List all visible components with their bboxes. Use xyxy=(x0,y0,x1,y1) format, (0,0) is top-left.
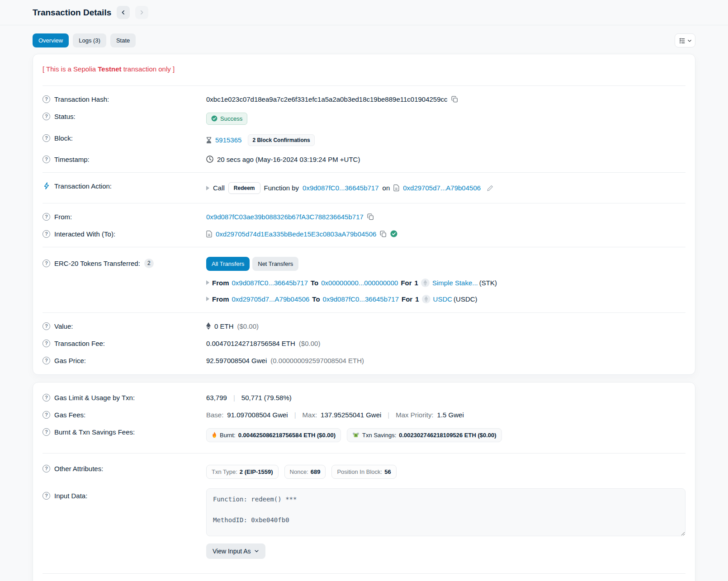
divider xyxy=(43,312,685,313)
clock-icon xyxy=(206,156,213,163)
tab-logs[interactable]: Logs (3) xyxy=(73,33,106,47)
txn-type-label: Txn Type: xyxy=(212,468,237,475)
help-icon[interactable]: ? xyxy=(43,213,50,221)
tab-overview[interactable]: Overview xyxy=(33,33,69,47)
transfer-from-link[interactable]: 0x9d087fC0...36645b717 xyxy=(232,279,308,287)
gas-limit-label: Gas Limit & Usage by Txn: xyxy=(54,394,135,402)
position-in-block-badge: Position In Block: 56 xyxy=(331,465,396,479)
transfer-token-symbol: (STK) xyxy=(479,279,497,287)
timestamp-label: Timestamp: xyxy=(54,156,90,163)
all-transfers-button[interactable]: All Transfers xyxy=(206,257,250,271)
verified-check-icon xyxy=(390,230,397,237)
nonce-badge: Nonce: 689 xyxy=(284,465,326,479)
burnt-savings-row: ? Burnt & Txn Savings Fees: Burnt: 0.004… xyxy=(43,423,685,447)
status-badge: Success xyxy=(206,113,247,125)
transfer-item: From 0x9d087fC0...36645b717 To 0x0000000… xyxy=(206,279,685,287)
token-icon xyxy=(421,279,430,287)
erc20-transfers-row: ? ERC-20 Tokens Transferred: 2 All Trans… xyxy=(43,252,685,308)
action-sender-link[interactable]: 0x9d087fC0...36645b717 xyxy=(303,184,378,192)
to-address-link[interactable]: 0xd29705d74d1Ea335bBede15E3c0803aA79b045… xyxy=(216,230,376,238)
transfer-filter-buttons: All Transfers Net Transfers xyxy=(206,257,685,271)
help-icon[interactable]: ? xyxy=(43,340,50,347)
transfer-from-word: From xyxy=(212,295,229,303)
help-icon[interactable]: ? xyxy=(43,465,50,472)
action-method-badge[interactable]: Redeem xyxy=(228,182,260,194)
transfer-token-link[interactable]: Simple Stake... xyxy=(432,279,478,287)
bolt-icon xyxy=(43,182,50,189)
help-icon[interactable]: ? xyxy=(43,134,50,142)
max-fee-label: Max: xyxy=(303,411,317,419)
value-eth: 0 ETH xyxy=(214,322,234,330)
copy-hash-button[interactable] xyxy=(451,96,458,103)
input-data-textarea[interactable]: Function: redeem() *** MethodID: 0xbe040… xyxy=(206,488,685,536)
copy-icon xyxy=(451,96,458,103)
transfer-token-link[interactable]: USDC xyxy=(433,295,453,303)
txn-savings-badge: $ Txn Savings: 0.002302746218109526 ETH … xyxy=(347,428,502,442)
position-label: Position In Block: xyxy=(337,468,382,475)
checklist-icon xyxy=(679,38,685,44)
display-options-button[interactable] xyxy=(675,33,695,47)
divider xyxy=(43,453,685,453)
tabs: Overview Logs (3) State xyxy=(33,33,136,47)
edit-action-button[interactable] xyxy=(487,185,493,191)
from-label: From: xyxy=(54,213,72,221)
help-icon[interactable]: ? xyxy=(43,322,50,330)
position-value: 56 xyxy=(384,468,391,475)
transfer-from-word: From xyxy=(212,279,229,287)
gas-fees-label: Gas Fees: xyxy=(54,411,85,419)
gas-limit-row: ? Gas Limit & Usage by Txn: 63,799 | 50,… xyxy=(43,389,685,406)
testnet-warning: [ This is a Sepolia Testnet transaction … xyxy=(43,58,685,81)
block-number-link[interactable]: 5915365 xyxy=(215,136,241,144)
help-icon[interactable]: ? xyxy=(43,230,50,238)
nonce-label: Nonce: xyxy=(290,468,308,475)
base-fee-label: Base: xyxy=(206,411,223,419)
gas-limit-value: 63,799 xyxy=(206,394,227,402)
transaction-fee-usd: ($0.00) xyxy=(299,340,321,347)
txn-type-badge: Txn Type: 2 (EIP-1559) xyxy=(206,465,279,479)
transfer-amount: 1 xyxy=(415,279,418,287)
chevron-down-icon xyxy=(687,38,692,43)
help-icon[interactable]: ? xyxy=(43,411,50,419)
block-label: Block: xyxy=(54,134,73,142)
prev-transaction-button[interactable] xyxy=(117,6,130,19)
transfer-to-word: To xyxy=(312,295,320,303)
next-transaction-button[interactable] xyxy=(135,6,148,19)
help-icon[interactable]: ? xyxy=(43,492,50,500)
view-input-as-button[interactable]: View Input As xyxy=(206,543,265,559)
help-icon[interactable]: ? xyxy=(43,394,50,402)
separator: | xyxy=(385,411,392,419)
transfer-for-word: For xyxy=(402,295,412,303)
help-icon[interactable]: ? xyxy=(43,156,50,163)
svg-text:$: $ xyxy=(355,433,357,437)
from-address-link[interactable]: 0x9d087fC03ae39b088326b67fA3C788236645b7… xyxy=(206,213,364,221)
token-icon xyxy=(422,295,430,303)
flame-icon xyxy=(212,432,217,439)
help-icon[interactable]: ? xyxy=(43,113,50,120)
help-icon[interactable]: ? xyxy=(43,95,50,103)
copy-from-button[interactable] xyxy=(367,213,374,220)
tab-state[interactable]: State xyxy=(110,33,136,47)
net-transfers-button[interactable]: Net Transfers xyxy=(252,257,298,271)
help-icon[interactable]: ? xyxy=(43,357,50,364)
max-priority-label: Max Priority: xyxy=(396,411,433,419)
file-icon xyxy=(206,231,212,237)
copy-icon xyxy=(380,231,387,237)
action-contract-link[interactable]: 0xd29705d7...A79b04506 xyxy=(403,184,481,192)
burnt-value: 0.004625086218756584 ETH ($0.00) xyxy=(238,432,336,439)
timestamp-row: ? Timestamp: 20 secs ago (May-16-2024 03… xyxy=(43,151,685,168)
ethereum-icon xyxy=(206,322,211,330)
erc20-label: ERC-20 Tokens Transferred: xyxy=(54,260,140,267)
copy-to-button[interactable] xyxy=(380,231,387,237)
chevron-down-icon xyxy=(254,548,259,553)
transfer-amount: 1 xyxy=(415,295,419,303)
transfer-from-link[interactable]: 0xd29705d7...A79b04506 xyxy=(232,295,310,303)
help-icon[interactable]: ? xyxy=(43,260,50,267)
transaction-action-row: Transaction Action: Call Redeem Function… xyxy=(43,177,685,198)
divider xyxy=(43,247,685,247)
help-icon[interactable]: ? xyxy=(43,428,50,436)
transfer-to-link[interactable]: 0x9d087fC0...36645b717 xyxy=(323,295,399,303)
caret-right-icon xyxy=(206,297,209,301)
interacted-with-label: Interacted With (To): xyxy=(54,230,115,238)
transfer-token-symbol: (USDC) xyxy=(454,295,477,303)
transfer-to-link[interactable]: 0x00000000...000000000 xyxy=(321,279,398,287)
